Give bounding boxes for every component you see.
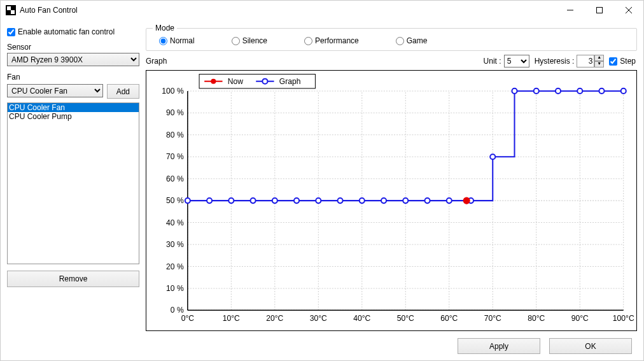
mode-group: Mode NormalSilencePerformanceGame	[146, 24, 637, 51]
svg-text:100°C: 100°C	[613, 314, 634, 323]
svg-text:80°C: 80°C	[528, 314, 545, 323]
sensor-label: Sensor	[7, 43, 139, 52]
unit-label: Unit :	[484, 57, 501, 66]
chart[interactable]: 0 %10 %20 %30 %40 %50 %60 %70 %80 %90 %1…	[146, 70, 637, 331]
svg-text:90°C: 90°C	[571, 314, 589, 323]
svg-text:50 %: 50 %	[166, 196, 184, 205]
svg-point-51	[207, 198, 212, 203]
titlebar: Auto Fan Control	[1, 1, 643, 20]
bottom-bar: Apply OK	[1, 332, 643, 360]
svg-point-58	[360, 198, 365, 203]
svg-text:Graph: Graph	[279, 77, 301, 86]
ok-button[interactable]: OK	[549, 338, 632, 354]
svg-text:60 %: 60 %	[166, 174, 184, 183]
svg-point-59	[381, 198, 386, 203]
svg-text:40 %: 40 %	[166, 218, 184, 227]
svg-point-56	[316, 198, 321, 203]
svg-point-67	[556, 88, 561, 94]
app-icon	[6, 5, 16, 15]
svg-point-61	[424, 198, 430, 203]
svg-text:70 %: 70 %	[166, 152, 184, 161]
window-title: Auto Fan Control	[20, 6, 556, 15]
remove-button[interactable]: Remove	[7, 271, 139, 287]
mode-radio-performance[interactable]: Performance	[304, 36, 359, 45]
hysteresis-label: Hysteresis :	[535, 57, 575, 66]
minimize-button[interactable]	[556, 1, 585, 20]
svg-text:90 %: 90 %	[166, 108, 184, 117]
svg-text:80 %: 80 %	[166, 131, 184, 139]
list-item[interactable]: CPU Cooler Fan	[8, 103, 139, 112]
svg-text:Now: Now	[228, 77, 244, 86]
fan-label: Fan	[7, 73, 139, 81]
left-panel: Enable automatic fan control Sensor AMD …	[7, 24, 139, 329]
svg-text:0°C: 0°C	[181, 314, 195, 323]
list-item[interactable]: CPU Cooler Pump	[8, 112, 139, 121]
fan-select[interactable]: CPU Cooler Fan	[7, 84, 103, 97]
svg-rect-1	[597, 8, 603, 13]
enable-auto-label: Enable automatic fan control	[18, 27, 115, 36]
svg-text:60°C: 60°C	[440, 314, 458, 323]
svg-point-77	[262, 79, 267, 84]
svg-point-52	[228, 198, 234, 203]
svg-point-71	[463, 197, 470, 204]
unit-select[interactable]: 5	[504, 55, 529, 67]
svg-text:20°C: 20°C	[266, 314, 283, 323]
step-checkbox[interactable]: Step	[609, 57, 636, 66]
svg-text:40°C: 40°C	[353, 314, 370, 323]
svg-point-50	[185, 198, 190, 203]
svg-point-66	[534, 88, 539, 94]
step-label: Step	[620, 57, 636, 66]
fan-listbox[interactable]: CPU Cooler FanCPU Cooler Pump	[7, 103, 139, 264]
mode-radio-normal[interactable]: Normal	[159, 36, 195, 45]
mode-legend: Mode	[153, 24, 177, 32]
graph-label: Graph	[146, 57, 479, 66]
svg-point-70	[621, 88, 626, 94]
svg-point-55	[294, 198, 299, 203]
svg-point-53	[251, 198, 256, 203]
svg-text:30 %: 30 %	[166, 240, 184, 249]
spinner-up-icon[interactable]: ▲	[594, 55, 604, 61]
maximize-button[interactable]	[585, 1, 614, 20]
enable-auto-checkbox[interactable]: Enable automatic fan control	[7, 24, 139, 40]
svg-text:70°C: 70°C	[484, 314, 501, 323]
svg-point-74	[211, 79, 216, 84]
svg-point-69	[599, 88, 604, 94]
spinner-down-icon[interactable]: ▼	[594, 61, 604, 67]
svg-point-54	[272, 198, 277, 203]
svg-point-60	[403, 198, 408, 203]
svg-text:50°C: 50°C	[397, 314, 414, 323]
mode-radio-game[interactable]: Game	[396, 36, 428, 45]
svg-text:20 %: 20 %	[166, 262, 184, 271]
apply-button[interactable]: Apply	[458, 338, 540, 354]
svg-point-57	[338, 198, 343, 203]
svg-text:30°C: 30°C	[310, 314, 327, 323]
svg-point-64	[490, 154, 495, 159]
svg-point-65	[512, 88, 517, 94]
right-panel: Mode NormalSilencePerformanceGame Graph …	[146, 24, 637, 329]
mode-radio-silence[interactable]: Silence	[232, 36, 267, 45]
svg-text:10°C: 10°C	[223, 314, 240, 323]
svg-point-68	[577, 88, 582, 94]
svg-point-62	[447, 198, 452, 203]
sensor-select[interactable]: AMD Ryzen 9 3900X	[7, 53, 139, 66]
close-button[interactable]	[614, 1, 643, 20]
add-button[interactable]: Add	[107, 84, 139, 99]
svg-text:10 %: 10 %	[166, 284, 184, 293]
svg-text:100 %: 100 %	[162, 87, 184, 96]
hysteresis-spinner[interactable]: ▲▼	[577, 55, 604, 67]
